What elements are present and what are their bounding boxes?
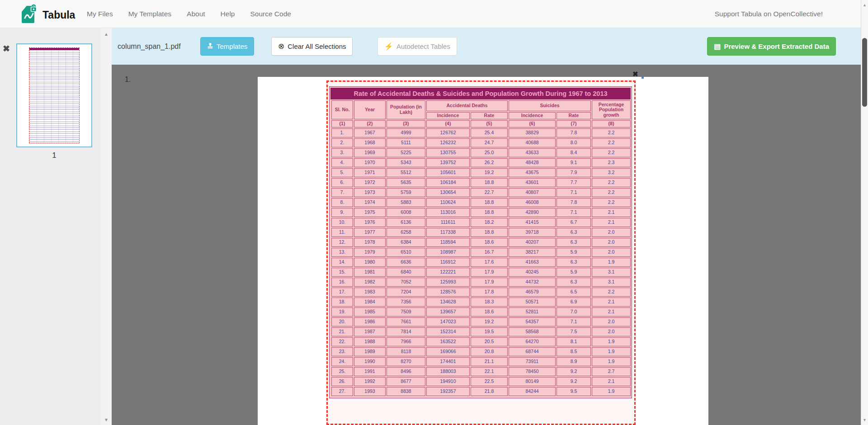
selection-close-icon[interactable]: ✖	[632, 71, 638, 77]
autodetect-tables-button[interactable]: ⚡ Autodetect Tables	[377, 37, 457, 56]
nav-item-my-files[interactable]: My Files	[87, 10, 113, 18]
preview-export-label: Preview & Export Extracted Data	[724, 42, 829, 50]
page-number-label: 1.	[125, 76, 131, 84]
thumbnail-table-title-bar	[29, 48, 79, 50]
scroll-down-icon[interactable]: ▼	[101, 417, 112, 422]
selection-resize-dot[interactable]	[642, 76, 644, 79]
scrollbar-down-icon[interactable]: ▼	[861, 418, 868, 422]
templates-button[interactable]: Templates	[200, 37, 254, 56]
nav-item-source-code[interactable]: Source Code	[250, 10, 291, 18]
brand-link[interactable]: Tabula	[20, 4, 75, 26]
nav-item-help[interactable]: Help	[221, 10, 235, 18]
scroll-up-icon[interactable]: ▲	[101, 32, 112, 37]
lightning-icon: ⚡	[384, 43, 393, 50]
templates-label: Templates	[217, 42, 247, 50]
scrollbar-thumb[interactable]	[862, 38, 867, 107]
table-list-icon: ▤	[714, 43, 721, 50]
clear-all-selections-button[interactable]: ⊗ Clear All Selections	[271, 37, 353, 56]
page-thumbnails-sidebar: ✖ 1 ▲ ▼	[0, 28, 112, 425]
nav-links: My Files My Templates About Help Source …	[87, 0, 291, 28]
thumbnail-selection-preview	[29, 47, 80, 143]
tabula-logo-icon	[20, 4, 38, 26]
clear-selections-icon: ⊗	[278, 42, 284, 50]
clear-selections-label: Clear All Selections	[288, 42, 346, 50]
scrollbar-up-icon[interactable]: ▲	[861, 3, 868, 7]
pdf-viewer-area: 1. Rate of Accidental Deaths & Suicides …	[112, 65, 861, 425]
window-scrollbar[interactable]: ▲ ▼	[861, 0, 868, 425]
templates-icon	[207, 42, 213, 50]
support-link[interactable]: Support Tabula on OpenCollective!	[715, 0, 823, 28]
nav-item-my-templates[interactable]: My Templates	[128, 10, 171, 18]
brand-name: Tabula	[42, 5, 75, 25]
preview-export-button[interactable]: ▤ Preview & Export Extracted Data	[707, 37, 836, 56]
nav-item-about[interactable]: About	[187, 10, 205, 18]
page-thumbnail[interactable]	[16, 43, 92, 147]
top-navbar: Tabula My Files My Templates About Help …	[0, 0, 868, 28]
table-selection-box[interactable]	[326, 80, 636, 425]
autodetect-label: Autodetect Tables	[396, 42, 450, 50]
pdf-page[interactable]: Rate of Accidental Deaths & Suicides and…	[258, 77, 708, 425]
toolbar: column_span_1.pdf Templates ⊗ Clear All …	[112, 28, 861, 65]
tabula-window: Tabula My Files My Templates About Help …	[0, 0, 868, 425]
sidebar-scrollbar[interactable]: ▲ ▼	[101, 28, 112, 425]
pdf-filename: column_span_1.pdf	[118, 28, 181, 65]
thumbnail-page-number: 1	[16, 151, 92, 160]
thumbnail-close-icon[interactable]: ✖	[3, 43, 10, 54]
